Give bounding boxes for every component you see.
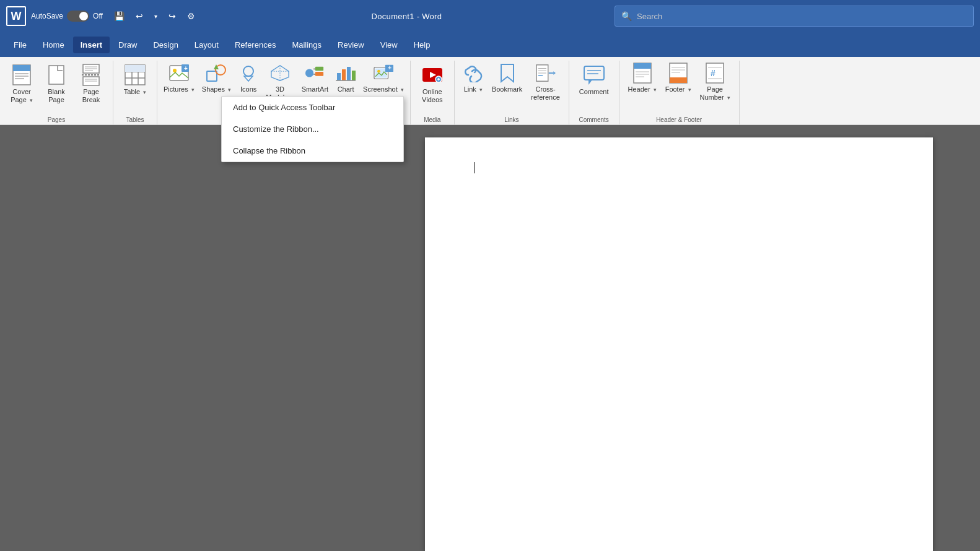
3d-models-icon (270, 63, 290, 83)
customize-ribbon-item[interactable]: Customize the Ribbon... (222, 118, 403, 140)
page-number-button[interactable]: # PageNumber ▾ (696, 61, 734, 104)
cover-page-icon (10, 63, 33, 87)
autosave-toggle[interactable] (67, 11, 89, 22)
draw-menu[interactable]: Draw (111, 37, 144, 53)
comments-items: Comment (574, 61, 614, 114)
search-input[interactable] (637, 12, 967, 21)
blank-page-icon (45, 63, 68, 87)
svg-rect-39 (347, 67, 351, 80)
link-icon (463, 63, 483, 83)
svg-rect-33 (315, 67, 323, 71)
view-menu[interactable]: View (373, 37, 405, 53)
table-label: Table ▾ (124, 88, 146, 96)
pictures-icon: + (169, 63, 189, 83)
page-break-button[interactable]: PageBreak (74, 61, 108, 106)
layout-menu[interactable]: Layout (187, 37, 226, 53)
document-left-bg (0, 125, 378, 551)
comment-icon (582, 63, 606, 87)
ribbon-group-links: Link ▾ Bookmark (455, 61, 569, 124)
svg-rect-65 (634, 63, 651, 69)
save-button[interactable]: 💾 (110, 9, 128, 24)
svg-rect-60 (584, 66, 604, 80)
doc-title: Document1 - Word (204, 12, 610, 21)
svg-point-32 (305, 69, 313, 77)
chart-button[interactable]: Chart (332, 61, 359, 96)
file-menu[interactable]: File (6, 37, 34, 53)
cross-reference-button[interactable]: Cross-reference (527, 61, 563, 104)
autosave-state: Off (93, 12, 103, 20)
ribbon-group-tables: Table ▾ Tables (113, 61, 157, 124)
home-menu[interactable]: Home (35, 37, 72, 53)
ribbon-group-pages: CoverPage ▾ BlankPage (0, 61, 113, 124)
footer-button[interactable]: Footer ▾ (662, 61, 695, 96)
bookmark-icon (497, 63, 517, 83)
collapse-ribbon-item[interactable]: Collapse the Ribbon (222, 140, 403, 162)
links-items: Link ▾ Bookmark (460, 61, 564, 114)
customize-qat-button[interactable]: ⚙ (183, 9, 199, 24)
smartart-icon (305, 63, 325, 83)
undo-dropdown-button[interactable]: ▾ (151, 11, 161, 22)
header-button[interactable]: Header ▾ (624, 61, 660, 96)
svg-text:+: + (388, 64, 392, 71)
online-videos-button[interactable]: OnlineVideos (416, 61, 449, 106)
autosave-area: AutoSave Off (31, 11, 103, 22)
pages-label: Pages (48, 116, 65, 124)
svg-marker-59 (553, 71, 556, 75)
svg-rect-1 (13, 65, 30, 71)
cover-page-label: CoverPage ▾ (11, 88, 33, 104)
screenshot-button[interactable]: + Screenshot ▾ (359, 61, 408, 96)
cover-page-button[interactable]: CoverPage ▾ (5, 61, 38, 106)
svg-rect-37 (337, 73, 341, 80)
review-menu[interactable]: Review (330, 37, 372, 53)
svg-marker-63 (588, 80, 592, 85)
link-button[interactable]: Link ▾ (460, 61, 487, 96)
header-icon (632, 63, 652, 83)
document-right-area (378, 125, 980, 551)
comment-label: Comment (579, 88, 609, 96)
chart-icon (336, 63, 356, 83)
svg-rect-34 (315, 72, 323, 76)
pictures-button[interactable]: + Pictures ▾ (160, 61, 198, 96)
shapes-icon (206, 63, 226, 83)
screenshot-label: Screenshot ▾ (363, 85, 404, 93)
page-break-label: PageBreak (82, 88, 100, 104)
tables-label: Tables (126, 116, 144, 124)
table-button[interactable]: Table ▾ (118, 61, 152, 98)
table-icon (123, 63, 147, 87)
document-area (0, 125, 980, 551)
mailings-menu[interactable]: Mailings (284, 37, 329, 53)
add-quick-access-item[interactable]: Add to Quick Access Toolbar (222, 97, 403, 118)
bookmark-button[interactable]: Bookmark (488, 61, 527, 96)
link-label: Link ▾ (464, 85, 483, 93)
icons-label: Icons (240, 85, 256, 93)
blank-page-label: BlankPage (48, 88, 65, 104)
search-bar[interactable]: 🔍 (615, 6, 974, 27)
smartart-button[interactable]: SmartArt (298, 61, 332, 96)
ribbon-group-header-footer: Header ▾ Footer ▾ (619, 61, 740, 124)
references-menu[interactable]: References (227, 37, 283, 53)
menu-bar: File Home Insert Draw Design Layout Refe… (0, 32, 980, 57)
design-menu[interactable]: Design (146, 37, 185, 53)
comment-button[interactable]: Comment (574, 61, 614, 98)
footer-icon (668, 63, 688, 83)
shapes-button[interactable]: Shapes ▾ (198, 61, 235, 96)
cross-reference-icon (536, 63, 556, 83)
redo-button[interactable]: ↪ (165, 9, 180, 24)
help-menu[interactable]: Help (406, 37, 438, 53)
icons-button[interactable]: Icons (235, 61, 262, 96)
shapes-label: Shapes ▾ (202, 85, 231, 93)
header-label: Header ▾ (628, 85, 657, 93)
undo-button[interactable]: ↩ (132, 9, 147, 24)
ribbon: CoverPage ▾ BlankPage (0, 57, 980, 125)
svg-rect-24 (207, 71, 217, 81)
screenshot-icon: + (374, 63, 393, 83)
context-menu: Add to Quick Access Toolbar Customize th… (221, 96, 404, 162)
document-page[interactable] (425, 137, 933, 551)
online-videos-icon (421, 63, 444, 87)
svg-point-44 (377, 70, 380, 73)
insert-menu[interactable]: Insert (73, 37, 110, 53)
header-footer-items: Header ▾ Footer ▾ (624, 61, 734, 114)
media-label: Media (424, 116, 440, 124)
blank-page-button[interactable]: BlankPage (40, 61, 73, 106)
cross-reference-label: Cross-reference (531, 85, 559, 102)
